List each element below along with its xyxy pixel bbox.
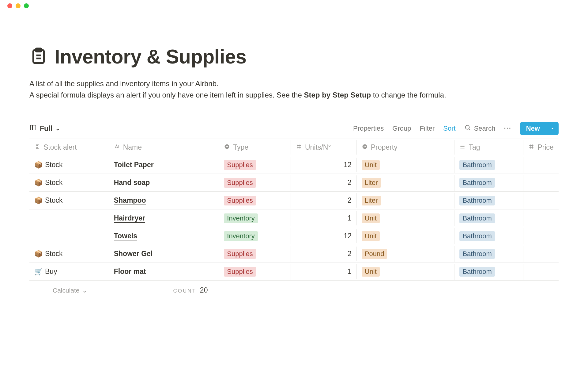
description-line-2: A special formula displays an alert if y… [29, 89, 559, 101]
property-cell[interactable]: Unit [357, 210, 455, 226]
item-name-link[interactable]: Hand soap [114, 178, 150, 187]
property-cell[interactable]: Pound [357, 246, 455, 262]
tag-cell[interactable]: Bathroom [454, 157, 523, 173]
type-cell[interactable]: Supplies [219, 246, 291, 262]
name-cell[interactable]: Hairdryer [109, 211, 219, 226]
price-cell[interactable] [523, 251, 559, 257]
tag-cell[interactable]: Bathroom [454, 246, 523, 262]
name-cell[interactable]: Floor mat [109, 264, 219, 279]
column-header-tag[interactable]: Tag [454, 140, 523, 155]
calculate-dropdown[interactable]: Calculate ⌄ [53, 287, 88, 294]
table-row[interactable]: 🛒BuyFloor matSupplies1UnitBathroom [29, 263, 559, 281]
property-pill: Liter [362, 196, 381, 205]
units-cell[interactable]: 2 [291, 175, 357, 190]
item-name-link[interactable]: Hairdryer [114, 214, 145, 223]
item-name-link[interactable]: Toilet Paper [114, 161, 154, 169]
item-name-link[interactable]: Shower Gel [114, 250, 153, 258]
type-pill: Supplies [224, 160, 256, 170]
view-selector[interactable]: Full ⌄ [29, 124, 60, 133]
number-icon [528, 143, 534, 151]
item-name-link[interactable]: Floor mat [114, 267, 146, 276]
tag-pill: Bathroom [459, 213, 495, 223]
units-cell[interactable]: 1 [291, 264, 357, 279]
name-cell[interactable]: Shampoo [109, 193, 219, 208]
column-header-price[interactable]: Price [523, 140, 559, 155]
column-header-units[interactable]: Units/N° [291, 140, 357, 155]
type-cell[interactable]: Supplies [219, 157, 291, 173]
column-header-stock-alert[interactable]: Stock alert [29, 140, 109, 155]
tag-cell[interactable]: Bathroom [454, 175, 523, 191]
property-cell[interactable]: Unit [357, 228, 455, 244]
column-header-property[interactable]: Property [357, 140, 455, 155]
column-header-type[interactable]: Type [219, 140, 291, 155]
table-icon [29, 124, 37, 133]
minimize-window-button[interactable] [16, 3, 21, 8]
search-icon [464, 124, 471, 133]
tag-cell[interactable]: Bathroom [454, 193, 523, 209]
property-cell[interactable]: Liter [357, 175, 455, 191]
tag-cell[interactable]: Bathroom [454, 264, 523, 280]
price-cell[interactable] [523, 162, 559, 168]
property-cell[interactable]: Liter [357, 193, 455, 209]
new-dropdown-button[interactable] [546, 122, 559, 135]
item-name-link[interactable]: Shampoo [114, 196, 146, 205]
table-row[interactable]: TowelsInventory12UnitBathroom [29, 227, 559, 245]
item-name-link[interactable]: Towels [114, 232, 137, 240]
price-cell[interactable] [523, 269, 559, 275]
property-cell[interactable]: Unit [357, 157, 455, 173]
stock-alert-cell[interactable]: 📦Stock [29, 158, 109, 172]
close-window-button[interactable] [7, 3, 12, 8]
type-pill: Supplies [224, 178, 256, 188]
table-row[interactable]: 📦StockToilet PaperSupplies12UnitBathroom [29, 156, 559, 174]
type-cell[interactable]: Inventory [219, 210, 291, 226]
type-cell[interactable]: Supplies [219, 264, 291, 280]
units-cell[interactable]: 12 [291, 158, 357, 172]
stock-alert-cell[interactable]: 📦Stock [29, 247, 109, 261]
price-cell[interactable] [523, 197, 559, 204]
text-icon [114, 143, 120, 151]
price-cell[interactable] [523, 215, 559, 221]
price-cell[interactable] [523, 233, 559, 239]
units-cell[interactable]: 12 [291, 229, 357, 243]
new-button[interactable]: New [520, 122, 546, 135]
tag-pill: Bathroom [459, 249, 495, 259]
property-pill: Unit [362, 267, 380, 277]
svg-point-7 [465, 125, 469, 129]
type-pill: Supplies [224, 267, 256, 277]
maximize-window-button[interactable] [24, 3, 29, 8]
table-row[interactable]: HairdryerInventory1UnitBathroom [29, 209, 559, 227]
clipboard-icon [29, 47, 48, 67]
properties-button[interactable]: Properties [353, 125, 384, 132]
type-cell[interactable]: Supplies [219, 175, 291, 191]
table-row[interactable]: 📦StockHand soapSupplies2LiterBathroom [29, 174, 559, 192]
units-cell[interactable]: 2 [291, 247, 357, 261]
stock-alert-cell[interactable] [29, 233, 109, 239]
table-row[interactable]: 📦StockShower GelSupplies2PoundBathroom [29, 245, 559, 263]
name-cell[interactable]: Towels [109, 229, 219, 243]
stock-alert-cell[interactable]: 📦Stock [29, 193, 109, 208]
column-header-name[interactable]: Name [109, 140, 219, 155]
group-button[interactable]: Group [392, 125, 411, 132]
property-cell[interactable]: Unit [357, 264, 455, 280]
table-row[interactable]: 📦StockShampooSupplies2LiterBathroom [29, 192, 559, 209]
tag-cell[interactable]: Bathroom [454, 228, 523, 244]
formula-icon [34, 143, 40, 151]
more-options-button[interactable]: ··· [504, 125, 511, 132]
type-cell[interactable]: Inventory [219, 228, 291, 244]
tag-cell[interactable]: Bathroom [454, 210, 523, 226]
price-cell[interactable] [523, 180, 559, 186]
property-pill: Pound [362, 249, 387, 259]
search-button[interactable]: Search [464, 124, 496, 133]
units-cell[interactable]: 1 [291, 211, 357, 225]
type-cell[interactable]: Supplies [219, 193, 291, 209]
stock-alert-cell[interactable]: 🛒Buy [29, 264, 109, 279]
stock-alert-cell[interactable] [29, 215, 109, 221]
name-cell[interactable]: Hand soap [109, 175, 219, 190]
filter-button[interactable]: Filter [420, 125, 435, 132]
sort-button[interactable]: Sort [443, 125, 455, 132]
name-cell[interactable]: Shower Gel [109, 247, 219, 261]
select-icon [224, 143, 230, 151]
units-cell[interactable]: 2 [291, 193, 357, 208]
name-cell[interactable]: Toilet Paper [109, 158, 219, 172]
stock-alert-cell[interactable]: 📦Stock [29, 175, 109, 190]
